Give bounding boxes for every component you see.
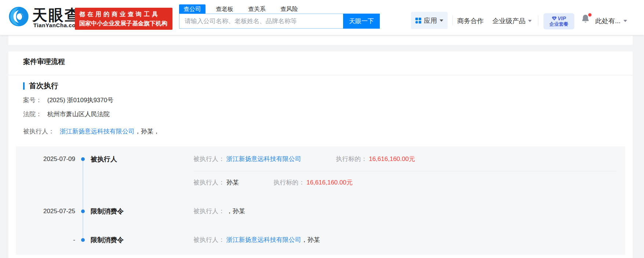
site-header: 天眼查 TianYanCha.com 都在用的商业查询工具 国家中小企业发展子基…: [0, 0, 644, 35]
timeline-dot-icon: [81, 238, 85, 242]
nav-item-enterprise-products[interactable]: 企业级产品: [492, 17, 532, 25]
person-name: ，孙某: [301, 236, 320, 243]
search-input[interactable]: [179, 14, 343, 29]
promo-line1: 都在用的商业查询工具: [79, 10, 168, 19]
chevron-down-icon: [528, 20, 532, 22]
executed-person-suffix: ，孙某，: [135, 128, 160, 135]
case-process-card: 案件审理流程 首次执行 案号： (2025) 浙0109执9370号 法院： 杭…: [8, 51, 633, 258]
court-line: 法院： 杭州市萧山区人民法院: [23, 110, 110, 118]
accent-bar: [23, 82, 25, 90]
vip-diamond-icon: [552, 16, 557, 21]
case-number-label: 案号：: [23, 97, 42, 104]
case-number-line: 案号： (2025) 浙0109执9370号: [23, 96, 113, 104]
timeline-date: 2025-07-09: [16, 155, 75, 163]
executed-person-label: 被执行人：: [23, 128, 54, 135]
case-timeline: 2025-07-09 被执行人 被执行人： 浙江新扬意远科技有限公司 执行标的：…: [16, 146, 625, 255]
tab-search-boss[interactable]: 查老板: [211, 4, 238, 14]
timeline-row: 被执行人： 浙江新扬意远科技有限公司，孙某: [193, 236, 616, 244]
timeline-entry: 2025-07-25 限制消费令 被执行人： ，孙某: [16, 207, 625, 215]
execution-amount: 16,616,160.00元: [369, 155, 415, 162]
nav-enterprise-label: 企业级产品: [492, 17, 525, 25]
timeline-event-title: 限制消费令: [91, 207, 193, 215]
timeline-row: 被执行人： 孙某 执行标的： 16,616,160.00元: [193, 179, 616, 187]
vip-line1: VIP: [558, 16, 566, 21]
timeline-row: 被执行人： ，孙某: [193, 207, 616, 215]
divider: [538, 15, 538, 25]
nav-item-business-cooperation[interactable]: 商务合作: [457, 17, 484, 25]
case-number-value: (2025) 浙0109执9370号: [47, 97, 114, 104]
timeline-row: 被执行人： 浙江新扬意远科技有限公司 执行标的： 16,616,160.00元: [193, 155, 616, 163]
search-tabs: 查公司 查老板 查关系 查风险: [179, 4, 308, 14]
timeline-dot-icon: [81, 157, 85, 161]
group-title: 首次执行: [29, 81, 58, 91]
vip-line2: 企业套餐: [549, 21, 568, 27]
company-link[interactable]: 浙江新扬意远科技有限公司: [226, 155, 301, 162]
tianyancha-logo-icon: [8, 6, 29, 27]
court-value: 杭州市萧山区人民法院: [47, 111, 110, 118]
tab-search-relation[interactable]: 查关系: [244, 4, 270, 14]
tab-search-company[interactable]: 查公司: [179, 4, 205, 14]
person-name: ，孙某: [226, 208, 245, 215]
timeline-dot-icon: [81, 209, 85, 213]
nav-business-label: 商务合作: [457, 17, 484, 25]
notifications-button[interactable]: [581, 14, 591, 25]
apps-grid-icon: [415, 18, 421, 24]
row-label: 被执行人：: [193, 208, 225, 215]
row-label: 被执行人：: [193, 155, 225, 162]
apps-menu-label: 应用: [424, 16, 437, 25]
vip-package-button[interactable]: VIP 企业套餐: [543, 13, 574, 29]
row-label: 被执行人：: [193, 179, 225, 186]
divider: [452, 15, 453, 25]
executed-person-line: 被执行人： 浙江新扬意远科技有限公司，孙某，: [23, 128, 160, 136]
timeline-event-title: 限制消费令: [91, 236, 193, 244]
row-label: 被执行人：: [193, 236, 225, 243]
notification-dot: [588, 13, 592, 17]
chevron-down-icon: [440, 19, 443, 22]
company-link[interactable]: 浙江新扬意远科技有限公司: [226, 236, 301, 243]
amount-label: 执行标的：: [273, 179, 305, 186]
chevron-down-icon: [623, 20, 627, 22]
card-title: 案件审理流程: [23, 57, 65, 67]
previous-card-fragment: [8, 36, 633, 45]
person-name: 孙某: [226, 179, 239, 186]
divider: [8, 75, 633, 75]
timeline-date: -: [16, 236, 75, 244]
timeline-event-title: 被执行人: [91, 155, 193, 163]
company-link[interactable]: 浙江新扬意远科技有限公司: [60, 128, 135, 135]
user-account-menu[interactable]: 此处有...: [595, 17, 627, 25]
tab-search-risk[interactable]: 查风险: [276, 4, 302, 14]
user-name: 此处有...: [595, 17, 621, 25]
promo-banner: 都在用的商业查询工具 国家中小企业发展子基金旗下机构: [75, 8, 172, 30]
amount-label: 执行标的：: [336, 155, 367, 162]
promo-line2: 国家中小企业发展子基金旗下机构: [79, 19, 168, 28]
apps-menu[interactable]: 应用: [411, 12, 448, 29]
timeline-entry: 2025-07-09 被执行人 被执行人： 浙江新扬意远科技有限公司 执行标的：…: [16, 155, 625, 187]
timeline-entry: - 限制消费令 被执行人： 浙江新扬意远科技有限公司，孙某: [16, 236, 625, 244]
brand-domain: TianYanCha.com: [33, 22, 81, 28]
search-button[interactable]: 天眼一下: [343, 14, 380, 29]
execution-amount: 16,616,160.00元: [306, 179, 353, 186]
timeline-date: 2025-07-25: [16, 207, 75, 215]
divider: [193, 171, 616, 171]
court-label: 法院：: [23, 111, 42, 118]
group-header: 首次执行: [23, 81, 58, 91]
